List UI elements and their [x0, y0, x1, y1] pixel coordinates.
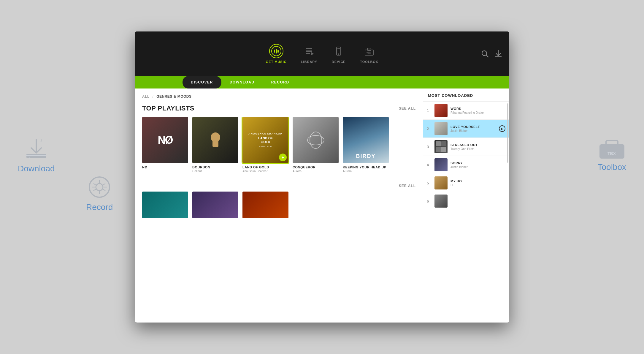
bg-download-label: Download: [18, 164, 55, 173]
thumb-card-0[interactable]: [142, 192, 188, 218]
sidebar-play-circle-1[interactable]: ▶: [499, 125, 505, 132]
sidebar-item-4[interactable]: 5 MY HO... Fl...: [423, 174, 509, 192]
svg-point-42: [338, 53, 339, 55]
nav-item-library[interactable]: LIBRARY: [294, 41, 324, 67]
playlist-name-2: LAND OF GOLD: [242, 165, 288, 169]
svg-rect-36: [277, 50, 279, 53]
header-actions: [481, 50, 502, 58]
bg-toolbox-icon-group[interactable]: TBX Toolbox: [597, 137, 626, 172]
playlist-cover-4: BIRDY: [343, 117, 389, 163]
playlist-cover-2: ANOUSHKA SHANKAR LAND OFGOLD RADIO EDIT …: [242, 117, 288, 163]
svg-line-48: [486, 55, 488, 57]
svg-point-53: [310, 132, 322, 148]
section2-grid: [142, 192, 416, 218]
add-button-2[interactable]: +: [279, 154, 287, 161]
sidebar-song-title-4: MY HO...: [451, 179, 505, 183]
svg-rect-34: [274, 50, 275, 53]
playlist-card-1[interactable]: BOURBON Gallant: [192, 117, 238, 173]
svg-rect-6: [600, 145, 624, 158]
sub-nav-download[interactable]: DOWNLOAD: [221, 76, 263, 88]
sidebar-thumb-0: [434, 104, 448, 117]
playlist-card-2[interactable]: ANOUSHKA SHANKAR LAND OFGOLD RADIO EDIT …: [242, 117, 288, 173]
sidebar-item-2[interactable]: 3 STRESSED OUT Twenty One Pilots: [423, 138, 509, 156]
playlist-artist-4: Aurora: [343, 170, 389, 173]
playlist-cover-3: [293, 117, 339, 163]
svg-rect-35: [276, 49, 277, 53]
bg-download-icon-group[interactable]: ♪ ♪ Download: [18, 137, 55, 173]
top-playlists-title: TOP PLAYLISTS: [142, 105, 194, 112]
sidebar-item-0[interactable]: 1 WORK Rihanna Featuring Drake: [423, 102, 509, 120]
nav-label-device: DEVICE: [332, 60, 346, 64]
svg-line-14: [103, 189, 105, 191]
svg-point-19: [96, 184, 103, 191]
search-button[interactable]: [481, 50, 489, 58]
svg-text:TBX: TBX: [607, 151, 616, 156]
record-icon: [88, 175, 111, 199]
bg-record-icon-group[interactable]: Record: [86, 175, 113, 212]
svg-rect-5: [600, 145, 624, 158]
sidebar-rank-0: 1: [427, 108, 432, 113]
sidebar-info-2: STRESSED OUT Twenty One Pilots: [451, 143, 505, 151]
sidebar-info-3: SORRY Justin Bieber: [451, 161, 505, 169]
toolbox-nav-icon: TBX: [362, 44, 376, 58]
sidebar-song-artist-2: Twenty One Pilots: [451, 147, 505, 151]
sidebar-info-0: WORK Rihanna Featuring Drake: [451, 107, 505, 114]
sidebar-rank-4: 5: [427, 181, 432, 185]
playlist-name-4: KEEPING YOUR HEAD UP: [343, 165, 389, 169]
main-nav: GET MUSIC LIBRARY: [259, 41, 386, 67]
svg-line-15: [93, 189, 96, 191]
sidebar-item-3[interactable]: 4 SORRY Justin Bieber: [423, 156, 509, 174]
svg-rect-7: [606, 141, 618, 146]
sidebar-rank-5: 6: [427, 199, 432, 203]
nav-label-toolbox: TOOLBOX: [360, 60, 378, 64]
playlist-artist-3: Aurora: [293, 170, 339, 173]
sidebar-info-1: LOVE YOURSELF Justin Bieber: [451, 125, 496, 132]
main-content: ALL / GENRES & MOODS TOP PLAYLISTS SEE A…: [135, 88, 423, 323]
bg-record-label: Record: [86, 203, 113, 212]
sidebar: MOST DOWNLOADED 1 WORK Rihanna Featuring…: [423, 88, 509, 323]
sidebar-list: 1 WORK Rihanna Featuring Drake 2: [423, 102, 509, 321]
nav-item-toolbox[interactable]: TBX TOOLBOX: [353, 41, 385, 67]
nav-item-get-music[interactable]: GET MUSIC: [259, 41, 294, 67]
header: GET MUSIC LIBRARY: [135, 31, 509, 76]
download-header-button[interactable]: [495, 50, 502, 58]
sidebar-item-1[interactable]: 2 LOVE YOURSELF Justin Bieber ▶: [423, 120, 509, 138]
nav-item-device[interactable]: DEVICE: [324, 41, 353, 67]
playlist-card-3[interactable]: CONQUEROR Aurora: [293, 117, 339, 173]
playlist-cover-1: [192, 117, 238, 163]
playlist-artist-1: Gallant: [192, 170, 238, 173]
svg-text:TBX: TBX: [367, 52, 371, 54]
thumb-card-2[interactable]: [242, 192, 288, 218]
section2-header: SEE ALL: [142, 184, 416, 188]
sidebar-item-5[interactable]: 6: [423, 192, 509, 210]
sidebar-thumb-2: [434, 140, 448, 153]
thumb-card-1[interactable]: [192, 192, 238, 218]
playlist-card-0[interactable]: NØ NØ: [142, 117, 188, 173]
svg-rect-37: [306, 48, 312, 49]
sidebar-song-title-1: LOVE YOURSELF: [451, 125, 496, 129]
sidebar-song-artist-1: Justin Bieber: [451, 129, 496, 132]
sidebar-song-title-0: WORK: [451, 107, 505, 110]
top-playlists-header: TOP PLAYLISTS SEE ALL: [142, 105, 416, 112]
sub-navigation: DISCOVER DOWNLOAD RECORD: [135, 76, 509, 88]
sidebar-info-5: [451, 201, 505, 201]
playlist-name-1: BOURBON: [192, 165, 238, 169]
svg-rect-1: [26, 154, 46, 158]
sidebar-info-4: MY HO... Fl...: [451, 179, 505, 187]
sidebar-song-title-3: SORRY: [451, 161, 505, 165]
sub-nav-record[interactable]: RECORD: [263, 76, 298, 88]
breadcrumb-current[interactable]: GENRES & MOODS: [156, 94, 191, 99]
svg-rect-52: [212, 140, 218, 147]
section2-see-all[interactable]: SEE ALL: [399, 184, 416, 188]
playlists-grid: NØ NØ: [142, 117, 416, 173]
scrollbar[interactable]: [507, 103, 508, 163]
download-icon: ♪ ♪: [23, 137, 50, 160]
sidebar-title: MOST DOWNLOADED: [423, 88, 509, 102]
sidebar-rank-1: 2: [427, 127, 432, 131]
sub-nav-discover[interactable]: DISCOVER: [183, 76, 221, 88]
library-icon: [302, 44, 316, 58]
top-playlists-see-all[interactable]: SEE ALL: [399, 106, 416, 110]
svg-line-16: [103, 184, 105, 185]
breadcrumb-all[interactable]: ALL: [142, 94, 150, 99]
playlist-card-4[interactable]: BIRDY KEEPING YOUR HEAD UP Aurora: [343, 117, 389, 173]
